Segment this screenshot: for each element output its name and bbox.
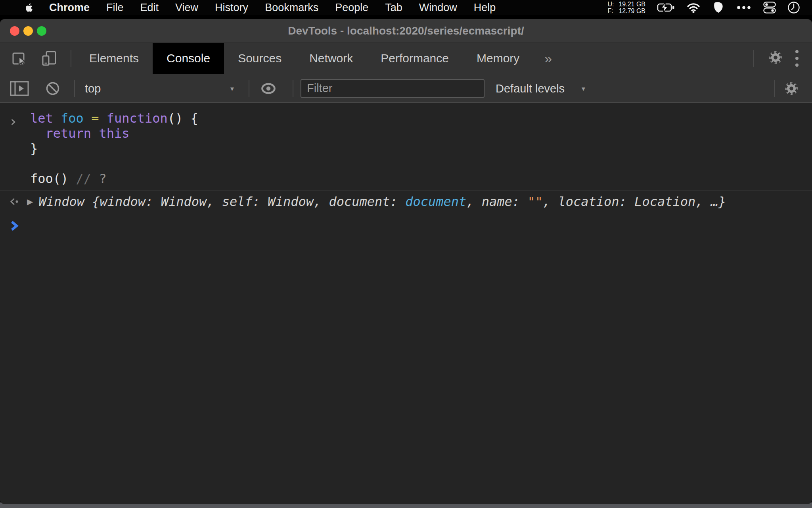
code-token: Window {window: Window, self: Window, do… [38,194,405,209]
menu-bookmarks[interactable]: Bookmarks [265,2,318,13]
more-tabs-button[interactable]: » [544,51,553,66]
screen: ChromeFileEditViewHistoryBookmarksPeople… [0,0,812,508]
log-levels-selector[interactable]: Default levels [496,82,565,95]
memory-status[interactable]: U: 19.21 GB F: 12.79 GB [607,1,645,14]
menu-edit[interactable]: Edit [140,2,159,13]
live-expression-eye-icon[interactable] [260,82,277,95]
tab-console[interactable]: Console [153,43,224,74]
code-token [30,126,46,141]
code-token: () { [168,111,198,126]
apple-logo-icon [23,2,33,13]
console-code-line [30,156,812,171]
window-title-bar: DevTools - localhost:2020/series/ecmascr… [0,19,812,43]
code-token: ? [99,171,106,186]
menu-window[interactable]: Window [419,2,457,13]
console-code-line: } [30,141,812,156]
tab-bar-right-controls [753,43,812,74]
inspect-element-icon[interactable] [11,50,29,67]
toolbar-separator-4 [774,80,775,97]
code-token: document [405,194,466,209]
tab-bar-right-separator [753,50,754,67]
app-status-icon[interactable] [712,2,724,13]
code-token: let [30,111,53,126]
context-dropdown-arrow-icon[interactable]: ▼ [229,85,235,92]
battery-charging-icon[interactable] [657,2,675,13]
code-token [53,111,61,126]
console-code-line: foo() // ? [30,171,812,186]
filter-input[interactable] [301,79,485,98]
result-object-preview: Window {window: Window, self: Window, do… [38,194,726,209]
tab-bar-separator [71,50,71,67]
return-value-icon [9,197,21,206]
context-selector[interactable]: top [85,82,101,95]
tab-memory[interactable]: Memory [463,43,533,74]
console-sidebar-toggle-icon[interactable] [10,81,29,96]
menu-help[interactable]: Help [474,2,496,13]
console-input-entry: let foo = function() { return this} foo(… [0,103,812,190]
minimize-window-button[interactable] [23,26,33,36]
menu-view[interactable]: View [175,2,198,13]
code-token [84,111,91,126]
close-window-button[interactable] [10,26,19,36]
memory-free-value: 12.79 GB [619,8,645,14]
memory-used-value: 19.21 GB [619,1,645,8]
code-token [91,126,99,141]
expand-object-triangle-icon[interactable]: ▶ [27,197,33,206]
code-token: } [30,141,38,156]
code-token: function [107,111,168,126]
menu-people[interactable]: People [335,2,368,13]
macos-menu-bar: ChromeFileEditViewHistoryBookmarksPeople… [0,0,812,15]
clear-console-icon[interactable] [45,81,60,96]
console-input-chevron-icon [10,114,16,129]
console-result-row: ▶ Window {window: Window, self: Window, … [0,190,812,213]
code-token: // [76,171,92,186]
console-prompt-chevron-icon [10,220,19,231]
console-settings-gear-icon[interactable] [783,80,800,97]
window-title: DevTools - localhost:2020/series/ecmascr… [0,25,812,37]
devtools-window: DevTools - localhost:2020/series/ecmascr… [0,19,812,504]
code-token: "" [527,194,543,209]
apple-logo-icon[interactable] [23,2,33,13]
toolbar-separator-3 [293,80,293,97]
ellipsis-icon[interactable] [736,5,752,10]
code-token: , location: Location, …} [543,194,726,209]
code-token: this [99,126,129,141]
console-prompt-row[interactable] [0,213,812,235]
tab-elements[interactable]: Elements [75,43,153,74]
menu-file[interactable]: File [106,2,124,13]
menu-bar-status: U: 19.21 GB F: 12.79 GB [607,1,800,14]
zoom-window-button[interactable] [37,26,46,36]
wifi-icon[interactable] [687,2,700,13]
menu-items: ChromeFileEditViewHistoryBookmarksPeople… [49,2,512,14]
menu-chrome[interactable]: Chrome [49,2,90,13]
toolbar-separator-2 [249,80,249,97]
settings-gear-icon[interactable] [767,49,784,68]
panel-tabs: ElementsConsoleSourcesNetworkPerformance… [75,43,533,74]
console-input-code: let foo = function() { return this} foo(… [30,111,812,186]
code-token: , name: [466,194,527,209]
console-code-line: return this [30,126,812,141]
console-log-area[interactable]: let foo = function() { return this} foo(… [0,103,812,504]
menu-bar-left: ChromeFileEditViewHistoryBookmarksPeople… [23,2,512,14]
memory-free-label: F: [607,8,614,14]
tab-performance[interactable]: Performance [367,43,463,74]
code-token [99,111,106,126]
devtools-tab-bar: ElementsConsoleSourcesNetworkPerformance… [0,43,812,74]
toolbar-separator-1 [74,80,75,97]
clock-icon[interactable] [787,1,800,14]
code-token: = [91,111,99,126]
memory-used-label: U: [607,1,614,8]
console-toolbar: top ▼ Default levels ▼ [0,74,812,103]
tab-network[interactable]: Network [295,43,367,74]
tab-sources[interactable]: Sources [224,43,295,74]
code-token: foo [61,111,84,126]
menu-history[interactable]: History [215,2,248,13]
device-toolbar-icon[interactable] [41,50,58,67]
levels-dropdown-arrow-icon[interactable]: ▼ [580,85,586,92]
code-token: return [46,126,92,141]
console-code-line: let foo = function() { [30,111,812,126]
control-center-toggles-icon[interactable] [763,1,776,14]
more-options-icon[interactable] [795,50,799,67]
code-token: foo() [30,171,76,186]
menu-tab[interactable]: Tab [385,2,402,13]
